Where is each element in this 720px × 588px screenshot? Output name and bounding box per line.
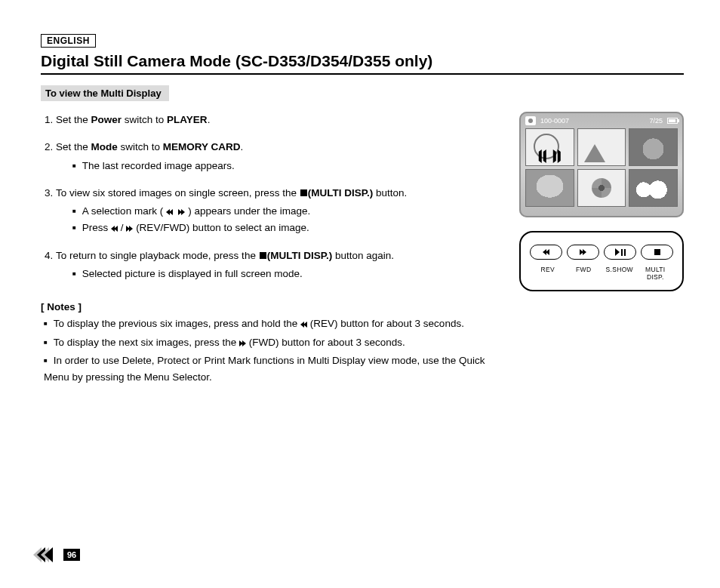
rewind-icon	[543, 249, 549, 255]
battery-icon	[667, 118, 678, 124]
button-panel: REV FWD S.SHOW MULTI DISP.	[519, 231, 684, 291]
thumbnail-5	[577, 169, 626, 207]
step-3: To view six stored images on single scre…	[56, 185, 501, 237]
display-screen: 100-0007 7/25	[519, 112, 684, 217]
step-3-sub-2: Press / (REV/FWD) button to select an im…	[72, 220, 501, 236]
play-pause-icon	[615, 248, 626, 256]
sshow-label: S.SHOW	[602, 266, 638, 281]
file-number: 100-0007	[540, 117, 645, 125]
rev-label: REV	[530, 266, 566, 281]
stop-icon	[654, 249, 660, 255]
instruction-body: Set the Power switch to PLAYER. Set the …	[41, 112, 501, 387]
thumbnail-6	[629, 169, 678, 207]
step-2: Set the Mode switch to MEMORY CARD. The …	[56, 139, 501, 174]
multidisp-label: MULTI DISP.	[638, 266, 674, 281]
page-title: Digital Still Camera Mode (SC-D353/D354/…	[41, 52, 684, 75]
section-heading: To view the Multi Display	[41, 85, 169, 101]
page-number: 96	[33, 547, 80, 562]
step-4: To return to single playback mode, press…	[56, 248, 501, 283]
forward-icon	[126, 226, 133, 232]
notes-label: [ Notes ]	[41, 299, 501, 316]
thumbnail-1	[525, 128, 574, 166]
rewind-icon	[111, 226, 118, 232]
image-index: 7/25	[649, 117, 663, 125]
forward-icon	[580, 249, 586, 255]
stop-icon	[300, 189, 307, 196]
note-3: In order to use Delete, Protect or Print…	[44, 352, 501, 386]
sshow-button[interactable]	[604, 245, 636, 260]
thumbnail-3	[629, 128, 678, 166]
selection-mark	[539, 149, 560, 163]
step-3-sub-1: A selection mark ( ) appears under the i…	[72, 203, 501, 220]
rewind-icon	[166, 209, 173, 215]
thumbnail-2	[577, 128, 626, 166]
language-label: ENGLISH	[41, 34, 96, 48]
photo-mode-icon	[525, 116, 536, 125]
multi-disp-button[interactable]	[641, 245, 673, 260]
step-1: Set the Power switch to PLAYER.	[56, 112, 501, 128]
note-2: To display the next six images, press th…	[44, 334, 501, 351]
fwd-button[interactable]	[567, 245, 599, 260]
forward-icon	[178, 209, 185, 215]
note-1: To display the previous six images, pres…	[44, 316, 501, 332]
rev-button[interactable]	[530, 245, 562, 260]
stop-icon	[260, 252, 266, 259]
step-4-sub-1: Selected picture is displayed in full sc…	[72, 266, 501, 282]
fwd-label: FWD	[566, 266, 602, 281]
thumbnail-4	[525, 169, 574, 207]
rewind-icon	[300, 322, 307, 328]
step-2-sub-1: The last recorded image appears.	[72, 158, 501, 174]
forward-icon	[239, 340, 246, 346]
